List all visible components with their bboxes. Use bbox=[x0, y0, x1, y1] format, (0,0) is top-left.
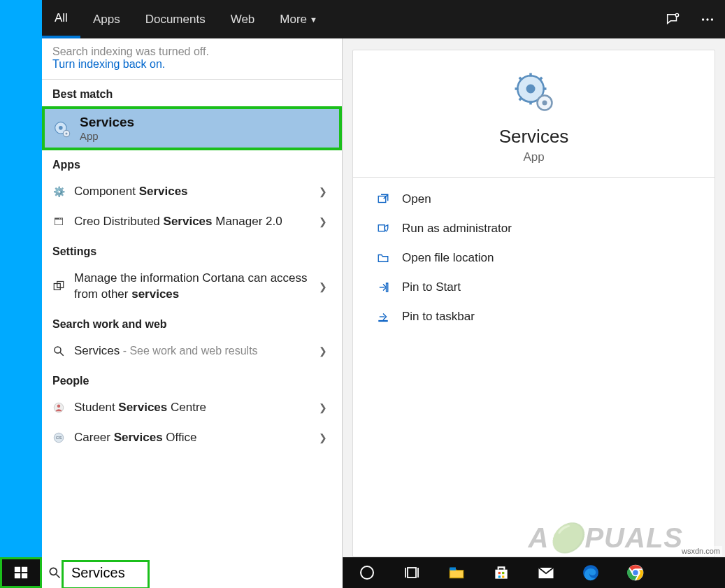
svg-line-24 bbox=[519, 98, 522, 101]
chrome-icon[interactable] bbox=[624, 561, 647, 585]
feedback-icon[interactable] bbox=[655, 0, 690, 38]
action-pin-start-label: Pin to Start bbox=[402, 280, 461, 294]
chevron-right-icon[interactable]: ❯ bbox=[315, 345, 331, 357]
best-match-item[interactable]: Services App bbox=[42, 106, 342, 150]
chevron-right-icon[interactable]: ❯ bbox=[315, 402, 331, 413]
mail-icon[interactable] bbox=[534, 561, 558, 585]
svg-point-10 bbox=[55, 347, 61, 353]
action-pin-start[interactable]: Pin to Start bbox=[353, 273, 715, 302]
svg-line-22 bbox=[519, 78, 522, 80]
svg-text:CS: CS bbox=[56, 436, 62, 440]
services-hero-icon bbox=[513, 71, 555, 113]
tab-apps[interactable]: Apps bbox=[80, 0, 133, 38]
svg-rect-33 bbox=[22, 567, 27, 572]
cortana-icon[interactable] bbox=[355, 561, 379, 585]
svg-rect-42 bbox=[450, 567, 456, 570]
svg-point-36 bbox=[50, 568, 57, 575]
result-work-web[interactable]: Services - See work and web results ❯ bbox=[42, 336, 342, 366]
svg-point-1 bbox=[702, 18, 704, 20]
tab-documents[interactable]: Documents bbox=[133, 0, 218, 38]
result-component-services[interactable]: ⚙️ Component Services ❯ bbox=[42, 177, 342, 207]
result-career-services[interactable]: CS Career Services Office ❯ bbox=[42, 423, 342, 453]
search-tabs: All Apps Documents Web More ▼ bbox=[42, 0, 725, 38]
action-open-location-label: Open file location bbox=[402, 251, 494, 265]
result-cortana-setting[interactable]: Manage the information Cortana can acces… bbox=[42, 264, 342, 310]
watermark-text: wsxdn.com bbox=[680, 546, 722, 556]
chevron-right-icon[interactable]: ❯ bbox=[315, 281, 331, 292]
svg-rect-45 bbox=[502, 572, 504, 574]
tab-all[interactable]: All bbox=[42, 0, 80, 38]
taskbar-search[interactable] bbox=[42, 557, 343, 588]
action-pin-taskbar-label: Pin to taskbar bbox=[402, 310, 475, 324]
svg-rect-32 bbox=[15, 567, 20, 572]
svg-point-13 bbox=[57, 405, 61, 408]
svg-rect-28 bbox=[378, 196, 386, 203]
file-explorer-icon[interactable] bbox=[445, 561, 468, 585]
chevron-right-icon[interactable]: ❯ bbox=[315, 432, 331, 443]
results-left-column: Search indexing was turned off. Turn ind… bbox=[42, 38, 343, 557]
chevron-down-icon: ▼ bbox=[310, 15, 317, 24]
task-view-icon[interactable] bbox=[400, 561, 424, 585]
section-best-match: Best match bbox=[42, 80, 342, 106]
svg-rect-30 bbox=[387, 283, 388, 292]
svg-line-25 bbox=[539, 78, 542, 80]
edge-icon[interactable] bbox=[579, 561, 603, 585]
best-match-subtitle: App bbox=[80, 130, 134, 142]
svg-point-3 bbox=[711, 18, 713, 20]
svg-rect-35 bbox=[22, 573, 27, 578]
result-creo-services[interactable]: 🗔 Creo Distributed Services Manager 2.0 … bbox=[42, 207, 342, 237]
person-icon bbox=[50, 401, 67, 414]
indexing-message: Search indexing was turned off. bbox=[52, 45, 331, 58]
preview-title: Services bbox=[353, 126, 715, 148]
section-work-web: Search work and web bbox=[42, 310, 342, 336]
cortana-setting-icon bbox=[50, 280, 67, 293]
pin-taskbar-icon bbox=[374, 310, 392, 323]
svg-point-7 bbox=[65, 132, 67, 134]
svg-point-5 bbox=[59, 126, 63, 130]
section-people: People bbox=[42, 366, 342, 393]
shield-icon bbox=[374, 222, 392, 235]
svg-point-27 bbox=[542, 101, 547, 106]
svg-rect-29 bbox=[378, 225, 385, 231]
component-services-icon: ⚙️ bbox=[50, 186, 67, 197]
section-apps: Apps bbox=[42, 150, 342, 177]
action-open-location[interactable]: Open file location bbox=[353, 243, 715, 273]
svg-rect-43 bbox=[495, 570, 507, 579]
search-icon bbox=[50, 345, 67, 357]
action-run-admin-label: Run as administrator bbox=[402, 222, 512, 236]
chevron-right-icon[interactable]: ❯ bbox=[315, 186, 331, 197]
svg-rect-34 bbox=[15, 573, 20, 578]
action-pin-taskbar[interactable]: Pin to taskbar bbox=[353, 302, 715, 331]
svg-point-51 bbox=[632, 569, 638, 575]
tab-more-label: More bbox=[280, 13, 307, 27]
ellipsis-icon[interactable] bbox=[690, 0, 725, 38]
svg-point-0 bbox=[675, 13, 678, 16]
svg-point-17 bbox=[526, 85, 535, 94]
result-student-services[interactable]: Student Services Centre ❯ bbox=[42, 393, 342, 423]
svg-point-2 bbox=[706, 18, 708, 20]
svg-rect-44 bbox=[498, 572, 501, 574]
action-open-label: Open bbox=[402, 192, 431, 206]
person-cs-icon: CS bbox=[50, 431, 67, 444]
search-icon bbox=[48, 566, 62, 580]
tab-web[interactable]: Web bbox=[218, 0, 268, 38]
indexing-notice: Search indexing was turned off. Turn ind… bbox=[42, 38, 342, 80]
svg-point-38 bbox=[361, 566, 373, 579]
action-open[interactable]: Open bbox=[353, 185, 715, 214]
svg-line-11 bbox=[60, 352, 64, 356]
creo-icon: 🗔 bbox=[50, 216, 67, 227]
taskbar bbox=[0, 557, 725, 588]
gear-icon bbox=[50, 117, 73, 140]
best-match-title: Services bbox=[80, 115, 134, 130]
start-button[interactable] bbox=[0, 557, 42, 588]
indexing-link[interactable]: Turn indexing back on. bbox=[52, 58, 331, 71]
open-icon bbox=[374, 193, 392, 206]
taskbar-tray bbox=[343, 557, 725, 588]
tab-more[interactable]: More ▼ bbox=[267, 0, 330, 38]
folder-icon bbox=[374, 252, 392, 264]
svg-rect-39 bbox=[408, 568, 416, 578]
store-icon[interactable] bbox=[489, 561, 513, 585]
action-run-admin[interactable]: Run as administrator bbox=[353, 214, 715, 243]
chevron-right-icon[interactable]: ❯ bbox=[315, 216, 331, 227]
search-input[interactable] bbox=[67, 560, 337, 585]
